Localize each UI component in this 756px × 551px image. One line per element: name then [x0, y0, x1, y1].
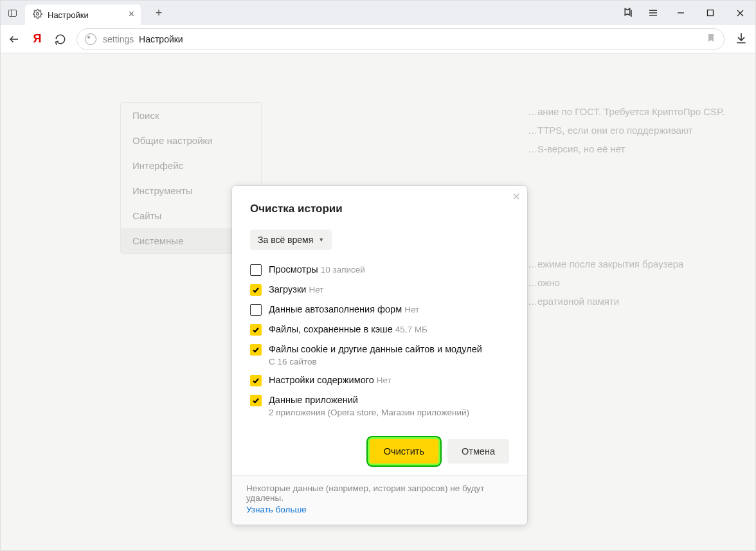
bookmark-icon[interactable]: [706, 33, 716, 46]
gear-icon: [33, 9, 42, 21]
checkbox[interactable]: [250, 395, 262, 406]
dropdown-label: За всё время: [258, 235, 313, 245]
new-tab-button[interactable]: +: [150, 4, 168, 22]
chevron-down-icon: ▼: [318, 237, 324, 243]
dialog-close-icon[interactable]: ✕: [512, 191, 521, 203]
cancel-button[interactable]: Отмена: [447, 439, 509, 464]
dialog-footer: Некоторые данные (например, история запр…: [232, 475, 527, 525]
tabstrip: Настройки × +: [4, 1, 168, 25]
toolbar: Я settings Настройки: [1, 25, 755, 53]
time-range-dropdown[interactable]: За всё время ▼: [250, 230, 332, 250]
option-content-settings[interactable]: Настройки содержимого Нет: [250, 375, 509, 386]
dialog-title: Очистка истории: [250, 203, 509, 215]
sidebar-toggle-icon[interactable]: [4, 5, 20, 21]
nav-buttons: Я: [8, 32, 66, 46]
svg-point-0: [37, 13, 39, 15]
titlebar: Настройки × +: [1, 1, 755, 25]
downloads-icon[interactable]: [735, 32, 748, 47]
site-identity-icon: [85, 33, 96, 45]
bookmarks-panel-icon[interactable]: [618, 3, 637, 23]
option-app-data[interactable]: Данные приложений2 приложения (Opera sto…: [250, 395, 509, 417]
option-autofill[interactable]: Данные автозаполнения форм Нет: [250, 304, 509, 316]
address-text: settings Настройки: [103, 34, 183, 44]
back-button[interactable]: [8, 33, 20, 45]
option-downloads[interactable]: Загрузки Нет: [250, 284, 509, 296]
maximize-button[interactable]: [699, 3, 722, 23]
checkbox[interactable]: [250, 375, 262, 386]
clear-options-list: Просмотры 10 записей Загрузки Нет Данные…: [250, 264, 509, 417]
option-cache[interactable]: Файлы, сохраненные в кэше 45,7 МБ: [250, 324, 509, 336]
minimize-button[interactable]: [669, 3, 692, 23]
footer-note: Некоторые данные (например, история запр…: [246, 483, 484, 503]
browser-tab[interactable]: Настройки ×: [25, 5, 141, 25]
checkbox[interactable]: [250, 324, 262, 336]
checkbox[interactable]: [250, 264, 262, 276]
option-views[interactable]: Просмотры 10 записей: [250, 264, 509, 276]
svg-rect-5: [708, 10, 714, 16]
option-cookies[interactable]: Файлы cookie и другие данные сайтов и мо…: [250, 344, 509, 366]
yandex-home-icon[interactable]: Я: [32, 32, 43, 46]
close-window-button[interactable]: [728, 3, 752, 23]
reload-button[interactable]: [55, 33, 66, 45]
menu-icon[interactable]: [644, 3, 663, 23]
tab-title: Настройки: [48, 10, 89, 20]
window-controls: [618, 1, 752, 25]
learn-more-link[interactable]: Узнать больше: [246, 505, 307, 514]
checkbox[interactable]: [250, 304, 262, 316]
dialog-buttons: Очистить Отмена: [250, 439, 509, 464]
checkbox[interactable]: [250, 344, 262, 356]
tab-close-icon[interactable]: ×: [129, 9, 134, 19]
clear-history-dialog: ✕ Очистка истории За всё время ▼ Просмот…: [232, 186, 527, 525]
page-viewport: Поиск Общие настройки Интерфейс Инструме…: [1, 53, 755, 551]
checkbox[interactable]: [250, 284, 262, 296]
clear-button[interactable]: Очистить: [370, 439, 438, 464]
address-bar[interactable]: settings Настройки: [76, 28, 724, 50]
